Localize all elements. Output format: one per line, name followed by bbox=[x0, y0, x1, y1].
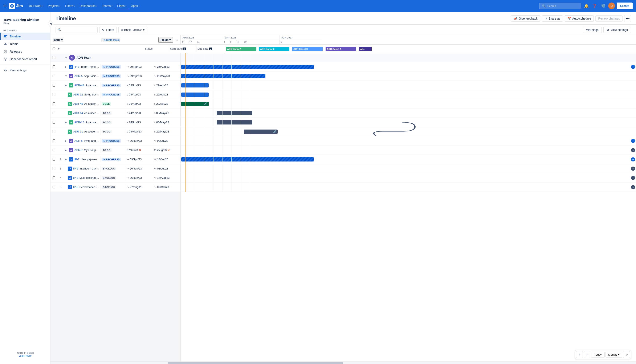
view-settings-button[interactable]: ⚙ View settings bbox=[604, 27, 631, 33]
issue-icon: LE bbox=[68, 176, 72, 180]
sidebar-item-settings[interactable]: ⚙ Plan settings bbox=[0, 66, 50, 74]
gantt-bar-adr5[interactable] bbox=[181, 74, 266, 78]
issue-link[interactable]: ADR-5 bbox=[74, 74, 83, 78]
settings-icon[interactable]: ⚙️ bbox=[600, 2, 606, 9]
nav-plans[interactable]: Plans ▾ bbox=[115, 2, 128, 9]
share-as-button[interactable]: ↗ Share as bbox=[542, 15, 563, 22]
settings-icon: ⚙ bbox=[3, 68, 8, 72]
row-checkbox[interactable] bbox=[52, 186, 55, 188]
row-checkbox[interactable] bbox=[52, 130, 55, 133]
deps-icon bbox=[3, 57, 8, 61]
sidebar-item-deps[interactable]: Dependencies report bbox=[0, 55, 50, 63]
avatar[interactable]: U bbox=[608, 2, 615, 9]
group-expand-icon[interactable]: ▼ bbox=[65, 56, 67, 59]
expand-icon[interactable]: ▶ bbox=[65, 66, 68, 68]
row-checkbox[interactable] bbox=[52, 84, 55, 87]
row-checkbox[interactable] bbox=[52, 140, 55, 142]
create-button[interactable]: Create bbox=[617, 2, 633, 9]
gantt-bar-ip8[interactable] bbox=[181, 65, 314, 69]
row-checkbox[interactable] bbox=[52, 66, 55, 68]
row-checkbox[interactable] bbox=[52, 102, 55, 105]
row-checkbox[interactable] bbox=[52, 93, 55, 96]
create-issue-button[interactable]: + Create issue bbox=[102, 38, 120, 42]
issue-link[interactable]: ADR-13 bbox=[74, 121, 84, 124]
search-box[interactable]: 🔍 Search bbox=[539, 3, 581, 9]
issue-link[interactable]: ADR-11 bbox=[73, 130, 83, 133]
nav-projects[interactable]: Projects ▾ bbox=[46, 2, 63, 9]
issue-link[interactable]: IP-7 bbox=[74, 158, 80, 161]
gantt-bar-adr13[interactable] bbox=[217, 120, 252, 124]
expand-icon[interactable]: ▶ bbox=[65, 149, 68, 152]
issue-link[interactable]: IP-8 bbox=[74, 65, 80, 68]
issue-link[interactable]: ADR-44 bbox=[74, 84, 84, 87]
gantt-row-adr7: → bbox=[181, 146, 636, 155]
gantt-bar-ip7[interactable] bbox=[181, 157, 314, 162]
issue-title: Intelligent travel suggestions bbox=[80, 167, 100, 170]
select-all-checkbox[interactable] bbox=[52, 48, 55, 50]
issue-icon: LE bbox=[69, 157, 73, 162]
nav-your-work[interactable]: Your work ▾ bbox=[26, 2, 46, 9]
gantt-bar-adr11[interactable]: 🔗 bbox=[244, 130, 278, 134]
issue-col-button[interactable]: Issue ▾ bbox=[53, 38, 63, 42]
col-hash: # bbox=[57, 46, 64, 52]
issue-link[interactable]: ADR-12 bbox=[73, 93, 83, 96]
gantt-prev-button[interactable]: ‹ bbox=[576, 351, 583, 358]
nav-dashboards[interactable]: Dashboards ▾ bbox=[78, 2, 100, 9]
issue-link[interactable]: ADR-14 bbox=[73, 112, 83, 114]
expand-icon[interactable]: ▼ bbox=[65, 75, 68, 78]
issue-link[interactable]: ADR-6 bbox=[74, 139, 83, 142]
view-dropdown-button[interactable]: ≡ Basic EDITED ▾ bbox=[118, 27, 147, 33]
search-input[interactable] bbox=[63, 28, 95, 32]
issue-icon: LE bbox=[68, 185, 72, 189]
give-feedback-button[interactable]: 📣 Give feedback bbox=[511, 15, 540, 22]
issue-link[interactable]: IP-5 bbox=[73, 167, 78, 170]
expand-icon[interactable]: ▶ bbox=[65, 140, 68, 142]
more-options-button[interactable]: ••• bbox=[624, 15, 631, 22]
group-checkbox[interactable] bbox=[52, 56, 55, 59]
row-checkbox[interactable] bbox=[52, 121, 55, 124]
expand-icon[interactable]: ▶ bbox=[65, 158, 68, 161]
row-checkbox[interactable] bbox=[52, 176, 55, 179]
clear-due-icon[interactable]: ✕ bbox=[168, 148, 170, 152]
today-button[interactable]: Today bbox=[591, 352, 605, 358]
issue-link[interactable]: ADR-7 bbox=[74, 148, 83, 152]
gantt-row-adr6: → bbox=[181, 136, 636, 146]
search-input-box[interactable]: 🔍 bbox=[56, 27, 98, 33]
autoschedule-icon: 📅 bbox=[568, 17, 571, 20]
nav-teams[interactable]: Teams ▾ bbox=[100, 2, 114, 9]
row-checkbox[interactable] bbox=[52, 75, 55, 78]
row-checkbox[interactable] bbox=[52, 167, 55, 170]
review-changes-button[interactable]: Review changes bbox=[596, 15, 622, 22]
clear-start-icon[interactable]: ✕ bbox=[139, 148, 141, 152]
sidebar-item-timeline[interactable]: Timeline bbox=[0, 32, 50, 40]
help-icon[interactable]: ❓ bbox=[592, 2, 598, 9]
issue-link[interactable]: IP-6 bbox=[73, 186, 78, 188]
row-checkbox[interactable] bbox=[52, 158, 55, 161]
fields-button[interactable]: Fields ▾ bbox=[158, 37, 173, 43]
issue-link[interactable]: ADR-45 bbox=[73, 102, 83, 105]
warnings-button[interactable]: Warnings bbox=[583, 27, 602, 33]
sidebar-item-releases[interactable]: Releases bbox=[0, 48, 50, 55]
nav-apps[interactable]: Apps ▾ bbox=[129, 2, 142, 9]
gantt-bar-adr14[interactable] bbox=[217, 111, 252, 115]
resize-icon[interactable]: ⇔ bbox=[176, 38, 178, 42]
sidebar-item-teams[interactable]: Teams bbox=[0, 40, 50, 48]
row-start: ↪ 09/Apr/23 bbox=[126, 64, 153, 70]
filters-button[interactable]: ⚙ Filters bbox=[99, 27, 117, 33]
gantt-row-adr12 bbox=[181, 90, 636, 99]
learn-more-link[interactable]: Learn more bbox=[19, 354, 32, 357]
row-checkbox[interactable] bbox=[52, 149, 55, 152]
bottom-scrollbar[interactable] bbox=[50, 362, 636, 364]
gantt-next-button[interactable]: › bbox=[584, 351, 590, 358]
fullscreen-button[interactable]: ⤢ bbox=[623, 351, 630, 358]
logo[interactable]: Jira bbox=[9, 3, 23, 9]
months-dropdown-button[interactable]: Months ▾ bbox=[606, 352, 622, 358]
nav-filters[interactable]: Filters ▾ bbox=[63, 2, 77, 9]
auto-schedule-button[interactable]: 📅 Auto-schedule bbox=[565, 15, 594, 22]
notifications-icon[interactable]: 🔔 bbox=[583, 2, 590, 9]
grid-icon[interactable]: ⊞ bbox=[3, 4, 6, 8]
expand-icon[interactable]: ▶ bbox=[65, 121, 68, 124]
issue-link[interactable]: IP-3 bbox=[73, 176, 78, 179]
row-checkbox[interactable] bbox=[52, 112, 55, 114]
expand-icon[interactable]: ▶ bbox=[65, 84, 68, 87]
